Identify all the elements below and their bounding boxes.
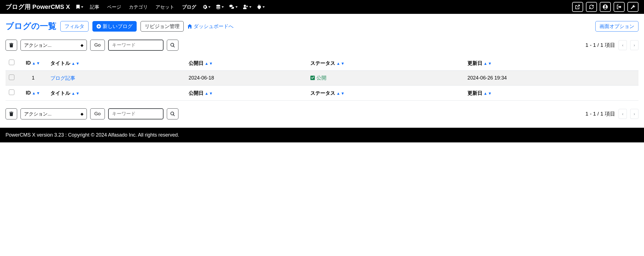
header-published[interactable]: 公開日▲▼ <box>185 56 307 71</box>
nav-categories[interactable]: カテゴリ <box>126 2 150 12</box>
wrench-icon <box>631 5 635 9</box>
user-button[interactable] <box>600 2 611 12</box>
page-head-right: 画面オプション <box>595 21 638 32</box>
footer-status[interactable]: ステータス▲▼ <box>307 86 464 101</box>
pagination-text: 1 - 1 / 1 項目 <box>585 42 615 49</box>
nav-assets[interactable]: アセット <box>153 2 177 12</box>
sort-arrows-icon: ▲▼ <box>32 61 41 65</box>
navbar-right <box>572 2 638 12</box>
footer-text: PowerCMS X version 3.23 : Copyright © 20… <box>6 132 179 138</box>
nav-articles[interactable]: 記事 <box>87 2 102 12</box>
page-header: ブログの一覧 フィルタ 新しいブログ リビジョン管理 ダッシュボードへ 画面オプ… <box>6 21 638 32</box>
settings-menu[interactable] <box>201 4 212 10</box>
status-published: 公開 <box>310 75 326 81</box>
action-select-wrap-bottom: アクション... ◆ <box>20 108 87 119</box>
go-button[interactable]: Go <box>90 40 105 51</box>
check-square-icon <box>310 76 315 80</box>
prev-page-button[interactable]: ‹ <box>619 40 627 50</box>
nav-pages[interactable]: ページ <box>104 2 124 12</box>
footer-updated[interactable]: 更新日▲▼ <box>464 86 638 101</box>
header-updated[interactable]: 更新日▲▼ <box>464 56 638 71</box>
navbar-left: ブログ用 PowerCMS X 記事 ページ カテゴリ アセット ブログ <box>6 2 266 12</box>
new-blog-button[interactable]: 新しいブログ <box>92 21 137 32</box>
footer-title[interactable]: タイトル▲▼ <box>47 86 185 101</box>
caret-down-icon <box>249 6 251 8</box>
revision-button[interactable]: リビジョン管理 <box>141 21 184 32</box>
bookmark-icon <box>76 5 80 9</box>
row-updated: 2024-06-26 19:34 <box>464 71 638 86</box>
trash-button-bottom[interactable] <box>6 108 17 119</box>
sort-arrows-icon: ▲▼ <box>336 61 345 66</box>
search-input[interactable] <box>108 40 163 51</box>
table-footer-row: ID▲▼ タイトル▲▼ 公開日▲▼ ステータス▲▼ 更新日▲▼ <box>6 86 638 101</box>
chat-menu[interactable] <box>228 4 239 10</box>
logout-button[interactable] <box>614 2 625 12</box>
database-menu[interactable] <box>214 4 225 10</box>
nav-blog[interactable]: ブログ <box>179 2 199 12</box>
caret-down-icon <box>235 6 238 8</box>
row-status-cell: 公開 <box>307 71 464 86</box>
prev-page-button-bottom[interactable]: ‹ <box>619 109 627 119</box>
row-checkbox-cell <box>6 71 19 86</box>
footer-published[interactable]: 公開日▲▼ <box>185 86 307 101</box>
table-header-row: ID▲▼ タイトル▲▼ 公開日▲▼ ステータス▲▼ 更新日▲▼ <box>6 56 638 71</box>
select-all-checkbox-bottom[interactable] <box>9 89 14 95</box>
toolbar-bottom: アクション... ◆ Go 1 - 1 / 1 項目 ‹ › <box>6 108 638 119</box>
search-input-bottom[interactable] <box>108 108 163 119</box>
plug-icon <box>257 5 261 9</box>
action-select-bottom[interactable]: アクション... <box>20 108 87 119</box>
header-status[interactable]: ステータス▲▼ <box>307 56 464 71</box>
external-link-button[interactable] <box>572 2 583 12</box>
row-title-link[interactable]: ブログ記事 <box>50 75 75 81</box>
select-all-checkbox[interactable] <box>9 60 14 65</box>
trash-button[interactable] <box>6 40 17 51</box>
external-link-icon <box>575 5 580 9</box>
sort-arrows-icon: ▲▼ <box>71 61 80 66</box>
refresh-button[interactable] <box>586 2 597 12</box>
table-row: 1 ブログ記事 2024-06-18 公開 2024-06-26 19:34 <box>6 71 638 86</box>
toolbar-top: アクション... ◆ Go 1 - 1 / 1 項目 ‹ › <box>6 40 638 51</box>
header-checkbox-cell <box>6 56 19 71</box>
sort-arrows-icon: ▲▼ <box>32 91 41 95</box>
pagination-bottom: 1 - 1 / 1 項目 ‹ › <box>585 109 638 119</box>
sort-arrows-icon: ▲▼ <box>205 91 214 96</box>
search-button-bottom[interactable] <box>167 108 178 119</box>
row-id: 1 <box>19 71 47 86</box>
top-navbar: ブログ用 PowerCMS X 記事 ページ カテゴリ アセット ブログ <box>0 0 644 14</box>
home-icon <box>188 24 192 29</box>
sort-arrows-icon: ▲▼ <box>205 61 214 66</box>
brand-title: ブログ用 PowerCMS X <box>6 3 70 11</box>
user-plus-icon <box>243 5 248 9</box>
logout-icon <box>617 5 621 9</box>
go-button-bottom[interactable]: Go <box>90 108 105 119</box>
plugin-menu[interactable] <box>255 4 266 10</box>
footer: PowerCMS X version 3.23 : Copyright © 20… <box>0 128 644 142</box>
next-page-button-bottom[interactable]: › <box>630 109 638 119</box>
caret-down-icon <box>81 6 83 8</box>
header-title[interactable]: タイトル▲▼ <box>47 56 185 71</box>
search-button[interactable] <box>167 40 178 51</box>
filter-button[interactable]: フィルタ <box>60 21 89 32</box>
dashboard-link[interactable]: ダッシュボードへ <box>188 23 233 30</box>
search-icon <box>170 112 175 116</box>
action-select[interactable]: アクション... <box>20 40 87 51</box>
next-page-button[interactable]: › <box>630 40 638 50</box>
bookmark-menu[interactable] <box>74 4 85 10</box>
user-add-menu[interactable] <box>242 4 253 10</box>
row-checkbox[interactable] <box>9 75 14 80</box>
search-icon <box>170 43 175 47</box>
plus-circle-icon <box>97 24 101 29</box>
table-container: ID▲▼ タイトル▲▼ 公開日▲▼ ステータス▲▼ 更新日▲▼ 1 ブログ記事 … <box>6 56 638 101</box>
row-title-cell: ブログ記事 <box>47 71 185 86</box>
pagination-top: 1 - 1 / 1 項目 ‹ › <box>585 40 638 50</box>
tools-button[interactable] <box>627 2 638 12</box>
footer-id[interactable]: ID▲▼ <box>19 86 47 101</box>
main-content: ブログの一覧 フィルタ 新しいブログ リビジョン管理 ダッシュボードへ 画面オプ… <box>0 14 644 128</box>
header-id[interactable]: ID▲▼ <box>19 56 47 71</box>
chat-icon <box>229 5 234 9</box>
screen-options-button[interactable]: 画面オプション <box>595 21 638 32</box>
new-blog-label: 新しいブログ <box>103 23 133 30</box>
dashboard-link-label: ダッシュボードへ <box>194 23 233 30</box>
sort-arrows-icon: ▲▼ <box>71 91 80 96</box>
footer-checkbox-cell <box>6 86 19 101</box>
